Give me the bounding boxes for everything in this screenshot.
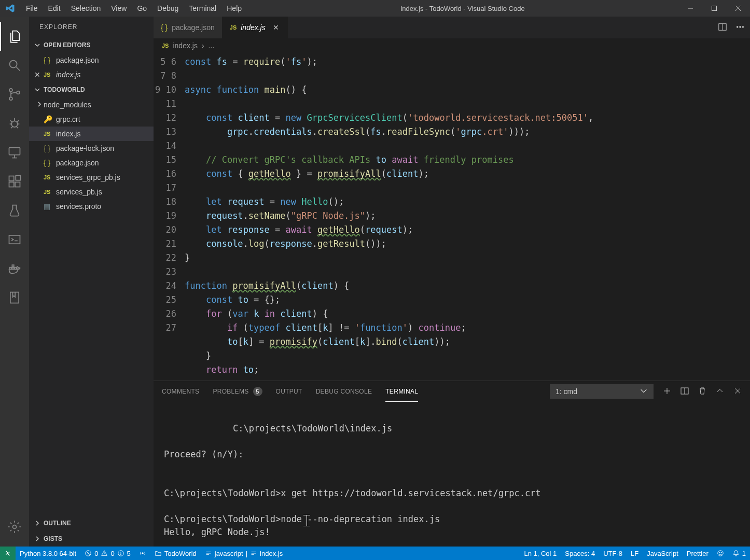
chevron-right-icon: › xyxy=(202,41,204,50)
status-problems[interactable]: 0 0 5 xyxy=(80,547,135,560)
minimize-button[interactable] xyxy=(678,0,702,17)
remote-indicator[interactable] xyxy=(0,547,16,560)
panel-tab-comments[interactable]: COMMENTS xyxy=(162,381,199,402)
breadcrumb[interactable]: JS index.js › ... xyxy=(154,38,750,53)
activity-settings[interactable] xyxy=(0,512,29,541)
close-panel-icon[interactable] xyxy=(733,387,742,397)
text-cursor-icon xyxy=(307,515,307,526)
menu-terminal[interactable]: Terminal xyxy=(184,0,221,17)
svg-rect-17 xyxy=(9,148,20,155)
close-button[interactable] xyxy=(726,0,750,17)
status-lang[interactable]: javascript| index.js xyxy=(201,547,287,560)
activity-bookmarks[interactable] xyxy=(0,283,29,312)
svg-point-56 xyxy=(718,551,724,556)
menu-view[interactable]: View xyxy=(106,0,132,17)
file-services-grpc-pb[interactable]: JS services_grpc_pb.js xyxy=(29,170,154,185)
svg-rect-23 xyxy=(16,175,20,180)
activity-debug[interactable] xyxy=(0,109,29,138)
chevron-right-icon xyxy=(34,520,40,526)
split-terminal-icon[interactable] xyxy=(680,387,689,397)
activity-testing[interactable] xyxy=(0,196,29,225)
status-feedback[interactable] xyxy=(713,547,728,560)
open-editor-package-json[interactable]: { } package.json xyxy=(29,53,154,67)
chevron-right-icon xyxy=(36,101,43,109)
menu-edit[interactable]: Edit xyxy=(43,0,66,17)
js-icon: JS xyxy=(162,43,169,49)
activity-search[interactable] xyxy=(0,51,29,80)
new-terminal-icon[interactable] xyxy=(663,387,671,397)
status-bell[interactable]: 1 xyxy=(728,547,750,560)
activity-console[interactable] xyxy=(0,225,29,254)
activity-scm[interactable] xyxy=(0,80,29,109)
status-eol[interactable]: LF xyxy=(627,547,643,560)
status-position[interactable]: Ln 1, Col 1 xyxy=(520,547,561,560)
menu-selection[interactable]: Selection xyxy=(66,0,106,17)
svg-point-6 xyxy=(9,89,12,92)
sidebar: EXPLORER OPEN EDITORS { } package.json ✕… xyxy=(29,17,154,547)
workspace-header[interactable]: TODOWORLD xyxy=(29,82,154,97)
gutter: 5 6 7 8 9 10 11 12 13 14 15 16 17 18 19 … xyxy=(154,53,185,381)
panel-tabs: COMMENTS PROBLEMS5 OUTPUT DEBUG CONSOLE … xyxy=(154,381,750,402)
code-editor[interactable]: 5 6 7 8 9 10 11 12 13 14 15 16 17 18 19 … xyxy=(154,53,750,381)
chevron-down-icon xyxy=(34,87,40,93)
chevron-down-icon xyxy=(640,387,648,397)
status-prettier[interactable]: Prettier xyxy=(683,547,713,560)
gists-header[interactable]: GISTS xyxy=(29,531,154,547)
tab-package-json[interactable]: { } package.json xyxy=(154,17,223,38)
svg-line-16 xyxy=(17,127,19,129)
svg-point-7 xyxy=(9,97,12,100)
panel-tab-debug[interactable]: DEBUG CONSOLE xyxy=(316,381,372,402)
file-services-proto[interactable]: ▤ services.proto xyxy=(29,199,154,214)
activity-docker[interactable] xyxy=(0,254,29,283)
activity-explorer[interactable] xyxy=(0,22,29,51)
tab-index-js[interactable]: JS index.js ✕ xyxy=(223,17,288,38)
proto-icon: ▤ xyxy=(44,202,53,211)
more-icon[interactable] xyxy=(735,22,745,33)
folder-node-modules[interactable]: node_modules xyxy=(29,97,154,112)
status-python[interactable]: Python 3.8.0 64-bit xyxy=(16,547,80,560)
panel-tab-problems[interactable]: PROBLEMS5 xyxy=(213,381,262,402)
activity-remote[interactable] xyxy=(0,138,29,167)
kill-terminal-icon[interactable] xyxy=(698,387,706,397)
file-services-pb[interactable]: JS services_pb.js xyxy=(29,185,154,199)
terminal-select[interactable]: 1: cmd xyxy=(550,384,654,399)
svg-point-30 xyxy=(13,525,17,529)
sidebar-title: EXPLORER xyxy=(29,17,154,37)
svg-point-48 xyxy=(120,554,121,555)
terminal-output[interactable]: C:\projects\TodoWorld\index.js Proceed? … xyxy=(154,402,750,547)
status-langmode[interactable]: JavaScript xyxy=(643,547,683,560)
close-icon[interactable]: ✕ xyxy=(33,71,41,79)
chevron-down-icon xyxy=(34,42,40,48)
menu-debug[interactable]: Debug xyxy=(152,0,184,17)
svg-point-57 xyxy=(719,552,719,553)
panel-tab-terminal[interactable]: TERMINAL xyxy=(385,381,418,402)
maximize-panel-icon[interactable] xyxy=(716,387,724,397)
split-editor-icon[interactable] xyxy=(718,22,727,33)
svg-rect-20 xyxy=(9,176,14,181)
maximize-button[interactable] xyxy=(702,0,726,17)
file-package-lock[interactable]: { } package-lock.json xyxy=(29,141,154,156)
code-content[interactable]: const fs = require('fs'); async function… xyxy=(185,53,750,381)
json-icon: { } xyxy=(44,144,53,152)
outline-header[interactable]: OUTLINE xyxy=(29,515,154,531)
activity-extensions[interactable] xyxy=(0,167,29,196)
menu-file[interactable]: File xyxy=(21,0,43,17)
panel-tab-output[interactable]: OUTPUT xyxy=(276,381,302,402)
open-editors-header[interactable]: OPEN EDITORS xyxy=(29,37,154,53)
tab-close-icon[interactable]: ✕ xyxy=(272,23,280,32)
file-package-json[interactable]: { } package.json xyxy=(29,156,154,170)
menu-help[interactable]: Help xyxy=(221,0,247,17)
status-spaces[interactable]: Spaces: 4 xyxy=(561,547,599,560)
svg-point-34 xyxy=(740,26,741,27)
status-folder[interactable]: TodoWorld xyxy=(150,547,201,560)
svg-rect-22 xyxy=(15,182,20,187)
file-grpc-crt[interactable]: 🔑 grpc.crt xyxy=(29,112,154,127)
svg-rect-24 xyxy=(9,235,20,244)
status-encoding[interactable]: UTF-8 xyxy=(599,547,627,560)
svg-rect-28 xyxy=(12,265,14,267)
open-editor-index-js[interactable]: ✕ JS index.js xyxy=(29,67,154,82)
file-index-js[interactable]: JS index.js xyxy=(29,127,154,141)
menu-go[interactable]: Go xyxy=(132,0,152,17)
status-live[interactable] xyxy=(135,547,150,560)
svg-point-49 xyxy=(142,552,144,554)
